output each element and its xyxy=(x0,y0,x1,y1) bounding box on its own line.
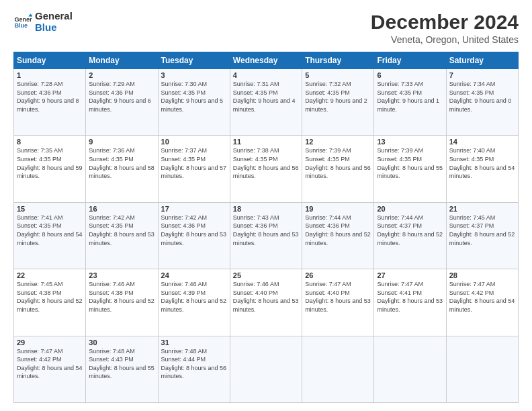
cell-info: Sunrise: 7:37 AMSunset: 4:35 PMDaylight:… xyxy=(161,147,227,179)
cell-info: Sunrise: 7:28 AMSunset: 4:36 PMDaylight:… xyxy=(17,81,79,113)
cell-info: Sunrise: 7:44 AMSunset: 4:36 PMDaylight:… xyxy=(305,214,371,246)
calendar-cell: 23Sunrise: 7:46 AMSunset: 4:38 PMDayligh… xyxy=(86,269,158,336)
day-header: Sunday xyxy=(14,52,86,69)
logo-line1: General xyxy=(35,11,73,22)
day-number: 12 xyxy=(305,138,371,146)
day-number: 20 xyxy=(377,205,443,213)
day-number: 6 xyxy=(377,71,443,79)
day-number: 22 xyxy=(17,271,83,279)
cell-info: Sunrise: 7:47 AMSunset: 4:41 PMDaylight:… xyxy=(377,281,443,313)
page: General Blue General Blue December 2024 … xyxy=(0,0,532,411)
day-number: 17 xyxy=(161,205,227,213)
day-number: 21 xyxy=(449,205,515,213)
header: General Blue General Blue December 2024 … xyxy=(13,11,519,45)
day-header: Friday xyxy=(374,52,446,69)
day-number: 8 xyxy=(17,138,83,146)
cell-info: Sunrise: 7:30 AMSunset: 4:35 PMDaylight:… xyxy=(161,81,224,113)
logo-icon: General Blue xyxy=(13,13,32,32)
day-number: 13 xyxy=(377,138,443,146)
day-number: 26 xyxy=(305,271,371,279)
day-number: 29 xyxy=(17,338,83,347)
calendar-cell: 6Sunrise: 7:33 AMSunset: 4:35 PMDaylight… xyxy=(374,69,446,136)
day-number: 14 xyxy=(449,138,515,146)
calendar-cell: 7Sunrise: 7:34 AMSunset: 4:35 PMDaylight… xyxy=(446,69,518,136)
day-header: Saturday xyxy=(446,52,518,69)
cell-info: Sunrise: 7:39 AMSunset: 4:35 PMDaylight:… xyxy=(377,147,443,179)
calendar-cell: 13Sunrise: 7:39 AMSunset: 4:35 PMDayligh… xyxy=(374,136,446,202)
cell-info: Sunrise: 7:42 AMSunset: 4:36 PMDaylight:… xyxy=(161,214,227,246)
calendar-cell: 29Sunrise: 7:47 AMSunset: 4:42 PMDayligh… xyxy=(14,336,86,402)
calendar-cell: 27Sunrise: 7:47 AMSunset: 4:41 PMDayligh… xyxy=(374,269,446,336)
calendar-cell: 20Sunrise: 7:44 AMSunset: 4:37 PMDayligh… xyxy=(374,202,446,269)
calendar-cell: 1Sunrise: 7:28 AMSunset: 4:36 PMDaylight… xyxy=(14,69,86,136)
calendar-cell: 16Sunrise: 7:42 AMSunset: 4:35 PMDayligh… xyxy=(86,202,158,269)
cell-info: Sunrise: 7:36 AMSunset: 4:35 PMDaylight:… xyxy=(89,147,154,179)
day-number: 4 xyxy=(233,71,299,79)
calendar-cell: 9Sunrise: 7:36 AMSunset: 4:35 PMDaylight… xyxy=(86,136,158,202)
cell-info: Sunrise: 7:29 AMSunset: 4:36 PMDaylight:… xyxy=(89,81,151,113)
svg-text:Blue: Blue xyxy=(14,22,28,29)
day-header: Tuesday xyxy=(158,52,230,69)
calendar-cell: 2Sunrise: 7:29 AMSunset: 4:36 PMDaylight… xyxy=(86,69,158,136)
cell-info: Sunrise: 7:47 AMSunset: 4:42 PMDaylight:… xyxy=(17,348,83,380)
calendar-cell: 19Sunrise: 7:44 AMSunset: 4:36 PMDayligh… xyxy=(302,202,374,269)
day-number: 10 xyxy=(161,138,227,146)
cell-info: Sunrise: 7:42 AMSunset: 4:35 PMDaylight:… xyxy=(89,214,154,246)
cell-info: Sunrise: 7:44 AMSunset: 4:37 PMDaylight:… xyxy=(377,214,443,246)
calendar-cell: 17Sunrise: 7:42 AMSunset: 4:36 PMDayligh… xyxy=(158,202,230,269)
cell-info: Sunrise: 7:38 AMSunset: 4:35 PMDaylight:… xyxy=(233,147,299,179)
cell-info: Sunrise: 7:43 AMSunset: 4:36 PMDaylight:… xyxy=(233,214,299,246)
day-number: 11 xyxy=(233,138,299,146)
title-block: December 2024 Veneta, Oregon, United Sta… xyxy=(371,11,519,45)
calendar-cell: 26Sunrise: 7:47 AMSunset: 4:40 PMDayligh… xyxy=(302,269,374,336)
day-number: 3 xyxy=(161,71,227,79)
calendar-cell: 24Sunrise: 7:46 AMSunset: 4:39 PMDayligh… xyxy=(158,269,230,336)
cell-info: Sunrise: 7:34 AMSunset: 4:35 PMDaylight:… xyxy=(449,81,512,113)
logo: General Blue General Blue xyxy=(13,11,73,33)
day-number: 25 xyxy=(233,271,299,279)
calendar-cell xyxy=(374,336,446,402)
calendar-cell: 8Sunrise: 7:35 AMSunset: 4:35 PMDaylight… xyxy=(14,136,86,202)
calendar-cell: 12Sunrise: 7:39 AMSunset: 4:35 PMDayligh… xyxy=(302,136,374,202)
cell-info: Sunrise: 7:41 AMSunset: 4:35 PMDaylight:… xyxy=(17,214,83,246)
calendar-cell: 25Sunrise: 7:46 AMSunset: 4:40 PMDayligh… xyxy=(230,269,302,336)
day-number: 9 xyxy=(89,138,154,146)
day-number: 31 xyxy=(161,338,227,347)
calendar-cell: 30Sunrise: 7:48 AMSunset: 4:43 PMDayligh… xyxy=(86,336,158,402)
calendar-cell: 28Sunrise: 7:47 AMSunset: 4:42 PMDayligh… xyxy=(446,269,518,336)
calendar-cell: 31Sunrise: 7:48 AMSunset: 4:44 PMDayligh… xyxy=(158,336,230,402)
calendar-cell xyxy=(302,336,374,402)
calendar-cell: 3Sunrise: 7:30 AMSunset: 4:35 PMDaylight… xyxy=(158,69,230,136)
calendar-cell: 18Sunrise: 7:43 AMSunset: 4:36 PMDayligh… xyxy=(230,202,302,269)
day-number: 30 xyxy=(89,338,154,347)
cell-info: Sunrise: 7:47 AMSunset: 4:42 PMDaylight:… xyxy=(449,281,515,313)
main-title: December 2024 xyxy=(371,11,519,33)
cell-info: Sunrise: 7:46 AMSunset: 4:38 PMDaylight:… xyxy=(89,281,154,313)
cell-info: Sunrise: 7:45 AMSunset: 4:37 PMDaylight:… xyxy=(449,214,515,246)
calendar-cell xyxy=(446,336,518,402)
day-number: 18 xyxy=(233,205,299,213)
cell-info: Sunrise: 7:31 AMSunset: 4:35 PMDaylight:… xyxy=(233,81,296,113)
svg-text:General: General xyxy=(14,15,32,22)
day-number: 16 xyxy=(89,205,154,213)
cell-info: Sunrise: 7:46 AMSunset: 4:39 PMDaylight:… xyxy=(161,281,227,313)
day-number: 7 xyxy=(449,71,515,79)
calendar-cell xyxy=(230,336,302,402)
logo-line2: Blue xyxy=(35,22,73,34)
day-number: 1 xyxy=(17,71,83,79)
calendar-cell: 22Sunrise: 7:45 AMSunset: 4:38 PMDayligh… xyxy=(14,269,86,336)
calendar-cell: 11Sunrise: 7:38 AMSunset: 4:35 PMDayligh… xyxy=(230,136,302,202)
cell-info: Sunrise: 7:32 AMSunset: 4:35 PMDaylight:… xyxy=(305,81,367,113)
cell-info: Sunrise: 7:48 AMSunset: 4:44 PMDaylight:… xyxy=(161,348,227,380)
day-header: Monday xyxy=(86,52,158,69)
cell-info: Sunrise: 7:47 AMSunset: 4:40 PMDaylight:… xyxy=(305,281,371,313)
calendar-cell: 4Sunrise: 7:31 AMSunset: 4:35 PMDaylight… xyxy=(230,69,302,136)
cell-info: Sunrise: 7:45 AMSunset: 4:38 PMDaylight:… xyxy=(17,281,83,313)
cell-info: Sunrise: 7:40 AMSunset: 4:35 PMDaylight:… xyxy=(449,147,515,179)
day-number: 27 xyxy=(377,271,443,279)
day-number: 24 xyxy=(161,271,227,279)
day-number: 2 xyxy=(89,71,154,79)
cell-info: Sunrise: 7:35 AMSunset: 4:35 PMDaylight:… xyxy=(17,147,83,179)
calendar-cell: 10Sunrise: 7:37 AMSunset: 4:35 PMDayligh… xyxy=(158,136,230,202)
calendar-cell: 21Sunrise: 7:45 AMSunset: 4:37 PMDayligh… xyxy=(446,202,518,269)
